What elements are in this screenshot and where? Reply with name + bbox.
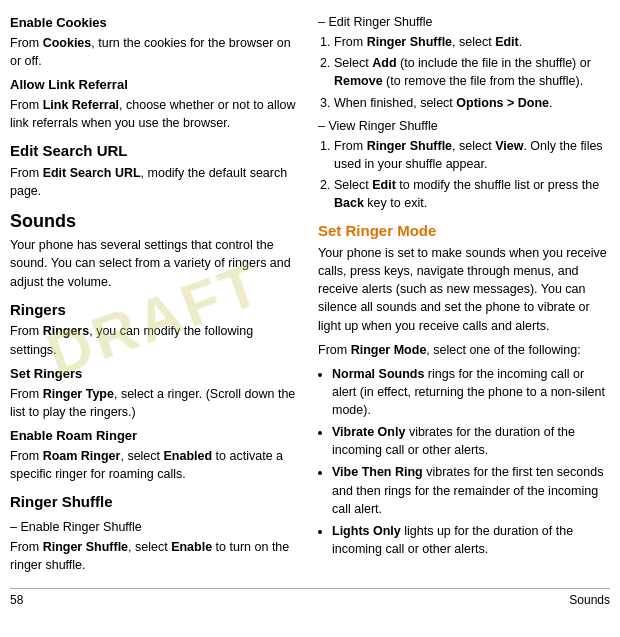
edit-shuffle-step-1: From Ringer Shuffle, select Edit.	[334, 33, 610, 51]
set-ringer-mode-body1: Your phone is set to make sounds when yo…	[318, 244, 610, 335]
allow-link-referral-title: Allow Link Referral	[10, 76, 302, 95]
ringer-shuffle-title: Ringer Shuffle	[10, 491, 302, 513]
edit-shuffle-step-2: Select Add (to include the file in the s…	[334, 54, 610, 90]
enable-cookies-body: From Cookies, turn the cookies for the b…	[10, 34, 302, 70]
set-ringers-section: Set Ringers From Ringer Type, select a r…	[10, 365, 302, 421]
enable-cookies-section: Enable Cookies From Cookies, turn the co…	[10, 14, 302, 70]
view-shuffle-step-2: Select Edit to modify the shuffle list o…	[334, 176, 610, 212]
ringer-mode-option-4: Lights Only lights up for the duration o…	[332, 522, 610, 558]
ringers-section: Ringers From Ringers, you can modify the…	[10, 299, 302, 359]
enable-cookies-bold: Cookies	[43, 36, 92, 50]
enable-roam-ringer-body: From Roam Ringer, select Enabled to acti…	[10, 447, 302, 483]
set-ringer-mode-body2: From Ringer Mode, select one of the foll…	[318, 341, 610, 359]
enable-roam-ringer-title: Enable Roam Ringer	[10, 427, 302, 446]
roam-ringer-bold1: Roam Ringer	[43, 449, 121, 463]
allow-link-referral-bold: Link Referral	[43, 98, 119, 112]
main-content: Enable Cookies From Cookies, turn the co…	[10, 8, 610, 580]
ringer-shuffle-section: Ringer Shuffle – Enable Ringer Shuffle F…	[10, 491, 302, 574]
allow-link-referral-body: From Link Referral, choose whether or no…	[10, 96, 302, 132]
left-column: Enable Cookies From Cookies, turn the co…	[10, 8, 310, 580]
allow-link-referral-section: Allow Link Referral From Link Referral, …	[10, 76, 302, 132]
set-ringers-body: From Ringer Type, select a ringer. (Scro…	[10, 385, 302, 421]
view-shuffle-step-1: From Ringer Shuffle, select View. Only t…	[334, 137, 610, 173]
edit-ringer-shuffle-steps: From Ringer Shuffle, select Edit. Select…	[334, 33, 610, 112]
ringers-title: Ringers	[10, 299, 302, 321]
sounds-body: Your phone has several settings that con…	[10, 236, 302, 290]
allow-link-referral-from: From	[10, 98, 43, 112]
ringer-mode-option-1: Normal Sounds rings for the incoming cal…	[332, 365, 610, 419]
ringer-mode-options: Normal Sounds rings for the incoming cal…	[332, 365, 610, 558]
view-ringer-shuffle-section: – View Ringer Shuffle From Ringer Shuffl…	[318, 117, 610, 213]
set-ringers-title: Set Ringers	[10, 365, 302, 384]
page-number: 58	[10, 592, 23, 609]
edit-search-url-section: Edit Search URL From Edit Search URL, mo…	[10, 140, 302, 200]
enable-cookies-from: From	[10, 36, 43, 50]
right-column: – Edit Ringer Shuffle From Ringer Shuffl…	[310, 8, 610, 580]
view-ringer-shuffle-steps: From Ringer Shuffle, select View. Only t…	[334, 137, 610, 213]
set-ringer-mode-title: Set Ringer Mode	[318, 220, 610, 242]
enable-cookies-title: Enable Cookies	[10, 14, 302, 33]
enable-shuffle-bold1: Ringer Shuffle	[43, 540, 128, 554]
set-ringer-mode-section: Set Ringer Mode Your phone is set to mak…	[318, 220, 610, 558]
footer-bar: 58 Sounds	[10, 588, 610, 609]
roam-ringer-bold2: Enabled	[164, 449, 213, 463]
edit-search-url-body: From Edit Search URL, modify the default…	[10, 164, 302, 200]
edit-search-url-title: Edit Search URL	[10, 140, 302, 162]
ringer-mode-bold: Ringer Mode	[351, 343, 427, 357]
ringer-mode-option-2: Vibrate Only vibrates for the duration o…	[332, 423, 610, 459]
section-label: Sounds	[569, 592, 610, 609]
page-wrapper: Enable Cookies From Cookies, turn the co…	[10, 8, 610, 609]
edit-search-url-bold: Edit Search URL	[43, 166, 141, 180]
ringers-bold: Ringers	[43, 324, 90, 338]
ringer-mode-option-3: Vibe Then Ring vibrates for the first te…	[332, 463, 610, 517]
ringers-body: From Ringers, you can modify the followi…	[10, 322, 302, 358]
enable-ringer-shuffle-body: From Ringer Shuffle, select Enable to tu…	[10, 538, 302, 574]
view-ringer-shuffle-dash: – View Ringer Shuffle	[318, 117, 610, 135]
edit-ringer-shuffle-section: – Edit Ringer Shuffle From Ringer Shuffl…	[318, 13, 610, 112]
enable-ringer-shuffle-dash: – Enable Ringer Shuffle	[10, 518, 302, 536]
edit-ringer-shuffle-dash: – Edit Ringer Shuffle	[318, 13, 610, 31]
set-ringers-bold: Ringer Type	[43, 387, 114, 401]
enable-roam-ringer-section: Enable Roam Ringer From Roam Ringer, sel…	[10, 427, 302, 483]
enable-shuffle-bold2: Enable	[171, 540, 212, 554]
edit-shuffle-step-3: When finished, select Options > Done.	[334, 94, 610, 112]
sounds-title: Sounds	[10, 208, 302, 234]
sounds-section: Sounds Your phone has several settings t…	[10, 208, 302, 290]
